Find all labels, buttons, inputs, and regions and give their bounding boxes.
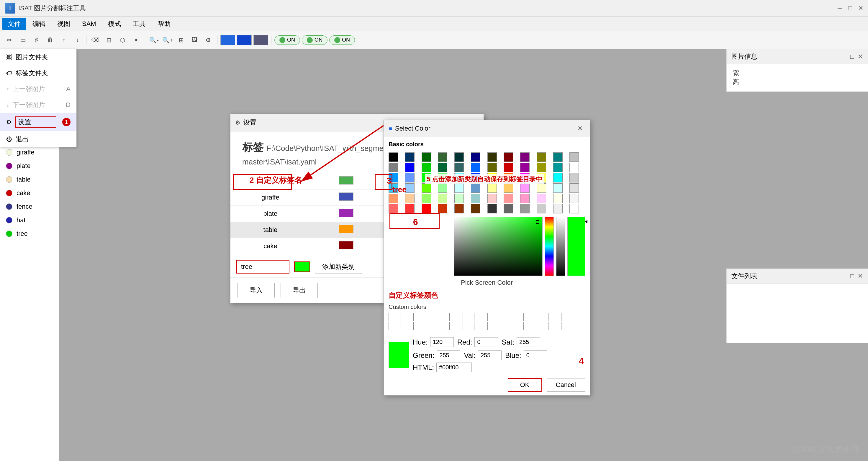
- basic-color-cell-40[interactable]: [454, 183, 464, 193]
- basic-color-cell-60[interactable]: [389, 204, 398, 213]
- toggle-2[interactable]: ON: [302, 35, 328, 45]
- custom-cell-13[interactable]: [487, 322, 499, 330]
- transform-btn[interactable]: ⊡: [103, 34, 115, 46]
- minimize-button[interactable]: ─: [838, 4, 842, 12]
- basic-color-cell-39[interactable]: [438, 183, 447, 193]
- basic-color-cell-10[interactable]: [553, 153, 563, 162]
- custom-cell-11[interactable]: [438, 322, 450, 330]
- html-input[interactable]: [436, 363, 472, 372]
- file-list-close-btn[interactable]: ✕: [858, 272, 863, 280]
- color-box-1[interactable]: [220, 35, 235, 45]
- basic-color-cell-54[interactable]: [487, 194, 497, 203]
- copy-btn[interactable]: ⎘: [31, 34, 42, 46]
- add-category-btn[interactable]: 添加新类别: [315, 260, 362, 274]
- basic-color-cell-35[interactable]: [569, 173, 579, 183]
- basic-color-cell-61[interactable]: [405, 204, 414, 213]
- basic-color-cell-18[interactable]: [487, 163, 497, 172]
- fit-btn[interactable]: ⊞: [175, 34, 187, 46]
- basic-color-cell-50[interactable]: [422, 194, 431, 203]
- basic-color-cell-47[interactable]: [569, 183, 579, 193]
- menu-item-file[interactable]: 文件: [2, 18, 26, 30]
- alpha-bar[interactable]: [556, 217, 565, 276]
- close-button[interactable]: ✕: [858, 4, 863, 12]
- label-item-cake[interactable]: cake: [0, 186, 59, 200]
- basic-color-cell-9[interactable]: [537, 153, 546, 162]
- custom-cell-4[interactable]: [463, 313, 474, 321]
- basic-color-cell-53[interactable]: [471, 194, 480, 203]
- menu-item-view[interactable]: 视图: [52, 18, 75, 30]
- basic-color-cell-66[interactable]: [487, 204, 497, 213]
- basic-color-cell-6[interactable]: [487, 153, 497, 162]
- custom-cell-3[interactable]: [438, 313, 450, 321]
- dropdown-image-folder[interactable]: 🖼 图片文件夹: [0, 49, 76, 65]
- basic-color-cell-69[interactable]: [537, 204, 546, 213]
- basic-color-cell-2[interactable]: [422, 153, 431, 162]
- dropdown-exit[interactable]: ⏻ 退出: [0, 131, 76, 147]
- val-input[interactable]: [478, 351, 502, 360]
- basic-color-cell-1[interactable]: [405, 153, 414, 162]
- basic-color-cell-48[interactable]: [389, 194, 398, 203]
- delete-btn[interactable]: 🗑: [44, 34, 56, 46]
- basic-color-cell-43[interactable]: [504, 183, 513, 193]
- basic-color-cell-64[interactable]: [454, 204, 464, 213]
- select-color-close-btn[interactable]: ✕: [575, 124, 585, 134]
- custom-cell-6[interactable]: [512, 313, 524, 321]
- menu-item-sam[interactable]: SAM: [77, 18, 101, 30]
- color-box-3[interactable]: [253, 35, 268, 45]
- file-list-pin-btn[interactable]: □: [850, 272, 854, 280]
- basic-color-cell-58[interactable]: [553, 194, 563, 203]
- basic-color-cell-25[interactable]: [405, 173, 414, 183]
- magic-btn[interactable]: ✦: [130, 34, 142, 46]
- cancel-color-btn[interactable]: Cancel: [547, 378, 585, 392]
- custom-cell-8[interactable]: [561, 313, 573, 321]
- hue-input[interactable]: [430, 337, 454, 347]
- zoom-out-btn[interactable]: 🔍-: [148, 34, 160, 46]
- menu-item-mode[interactable]: 模式: [103, 18, 126, 30]
- basic-color-cell-14[interactable]: [422, 163, 431, 172]
- basic-color-cell-70[interactable]: [553, 204, 563, 213]
- color-gradient-square[interactable]: [454, 217, 542, 276]
- basic-color-cell-23[interactable]: [569, 163, 579, 172]
- basic-color-cell-52[interactable]: [454, 194, 464, 203]
- custom-cell-2[interactable]: [413, 313, 425, 321]
- custom-cell-10[interactable]: [413, 322, 425, 330]
- zoom-in-btn[interactable]: 🔍+: [162, 34, 174, 46]
- move-up-btn[interactable]: ↑: [58, 34, 70, 46]
- custom-cell-12[interactable]: [463, 322, 474, 330]
- menu-item-help[interactable]: 帮助: [152, 18, 176, 30]
- color-box-2[interactable]: [237, 35, 252, 45]
- dropdown-settings[interactable]: ⚙ 设置 1: [0, 113, 76, 131]
- dropdown-prev-image[interactable]: ↑ 上一张图片 A: [0, 81, 76, 97]
- basic-color-cell-0[interactable]: [389, 153, 398, 162]
- toggle-1[interactable]: ON: [274, 35, 300, 45]
- basic-color-cell-63[interactable]: [438, 204, 447, 213]
- label-item-giraffe[interactable]: giraffe: [0, 145, 59, 159]
- basic-color-cell-38[interactable]: [422, 183, 431, 193]
- basic-color-cell-71[interactable]: [569, 204, 579, 213]
- basic-color-cell-22[interactable]: [553, 163, 563, 172]
- label-item-tree[interactable]: tree: [0, 227, 59, 240]
- basic-color-cell-59[interactable]: [569, 194, 579, 203]
- sat-input[interactable]: [517, 337, 540, 347]
- custom-cell-14[interactable]: [512, 322, 524, 330]
- basic-color-cell-42[interactable]: [487, 183, 497, 193]
- dropdown-next-image[interactable]: ↓ 下一张图片 D: [0, 97, 76, 113]
- eraser-btn[interactable]: ⌫: [89, 34, 101, 46]
- basic-color-cell-15[interactable]: [438, 163, 447, 172]
- custom-cell-1[interactable]: [389, 313, 400, 321]
- basic-color-cell-3[interactable]: [438, 153, 447, 162]
- basic-color-cell-44[interactable]: [520, 183, 530, 193]
- custom-cell-16[interactable]: [561, 322, 573, 330]
- label-item-fence[interactable]: fence: [0, 200, 59, 213]
- label-item-hat[interactable]: hat: [0, 213, 59, 227]
- basic-color-cell-46[interactable]: [553, 183, 563, 193]
- image-info-close-btn[interactable]: ✕: [858, 53, 863, 60]
- settings-toolbar-btn[interactable]: ⚙: [203, 34, 214, 46]
- new-label-input[interactable]: [236, 260, 289, 273]
- export-btn[interactable]: 导出: [281, 283, 318, 298]
- basic-color-cell-19[interactable]: [504, 163, 513, 172]
- basic-color-cell-49[interactable]: [405, 194, 414, 203]
- draw-rect-btn[interactable]: ▭: [17, 34, 29, 46]
- custom-cell-15[interactable]: [537, 322, 549, 330]
- menu-item-edit[interactable]: 编辑: [27, 18, 51, 30]
